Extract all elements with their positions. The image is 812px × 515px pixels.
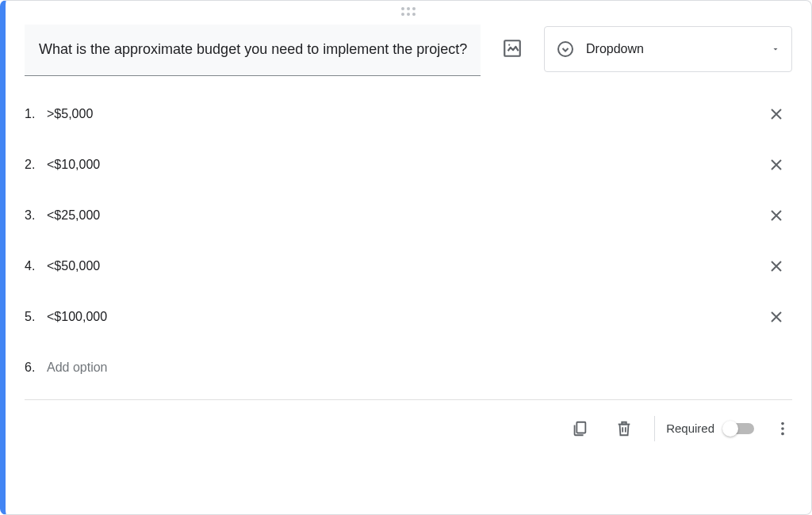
svg-point-5 <box>781 427 784 430</box>
question-type-select[interactable]: Dropdown <box>544 26 792 72</box>
add-image-button[interactable] <box>493 29 531 67</box>
svg-point-4 <box>781 422 784 425</box>
question-type-label: Dropdown <box>586 42 760 56</box>
vertical-divider <box>654 416 655 441</box>
remove-option-button[interactable] <box>760 301 792 333</box>
option-index: 3. <box>25 208 47 223</box>
duplicate-button[interactable] <box>561 410 599 448</box>
option-row: 4. <$50,000 <box>25 247 792 285</box>
required-toggle[interactable] <box>724 423 754 434</box>
drag-handle[interactable] <box>6 4 811 18</box>
svg-point-1 <box>508 44 510 46</box>
toggle-knob <box>722 421 738 437</box>
close-icon <box>767 307 786 326</box>
option-index: 6. <box>25 360 47 375</box>
more-vertical-icon <box>774 420 791 437</box>
option-text-input[interactable]: >$5,000 <box>47 107 760 121</box>
options-list: 1. >$5,000 2. <$10,000 3. <$25,000 4. <$… <box>6 76 811 387</box>
close-icon <box>767 105 786 124</box>
option-index: 2. <box>25 158 47 172</box>
svg-rect-3 <box>576 422 585 433</box>
close-icon <box>767 206 786 225</box>
option-text-input[interactable]: <$25,000 <box>47 208 760 223</box>
svg-point-6 <box>781 432 784 435</box>
remove-option-button[interactable] <box>760 200 792 231</box>
option-row: 2. <$10,000 <box>25 146 792 184</box>
option-text-input[interactable]: <$10,000 <box>47 158 760 172</box>
option-row: 5. <$100,000 <box>25 298 792 336</box>
option-row: 3. <$25,000 <box>25 196 792 235</box>
option-index: 4. <box>25 259 47 273</box>
option-row: 1. >$5,000 <box>25 95 792 133</box>
trash-icon <box>615 420 633 437</box>
option-text-input[interactable]: <$100,000 <box>47 310 760 324</box>
drag-dots-icon <box>401 7 416 16</box>
more-options-button[interactable] <box>764 410 802 448</box>
question-header-row: What is the approximate budget you need … <box>6 18 811 76</box>
image-icon <box>502 38 523 59</box>
remove-option-button[interactable] <box>760 98 792 130</box>
option-text-input[interactable]: <$50,000 <box>47 259 760 273</box>
svg-point-2 <box>558 42 573 56</box>
question-card: What is the approximate budget you need … <box>0 0 812 515</box>
question-text-input[interactable]: What is the approximate budget you need … <box>25 25 481 76</box>
option-index: 1. <box>25 107 47 121</box>
dropdown-type-icon <box>556 40 575 59</box>
delete-button[interactable] <box>605 410 643 448</box>
remove-option-button[interactable] <box>760 149 792 181</box>
caret-down-icon <box>771 44 780 54</box>
add-option-input[interactable]: Add option <box>47 360 792 375</box>
option-index: 5. <box>25 310 47 324</box>
duplicate-icon <box>571 420 588 437</box>
add-option-row: 6. Add option <box>25 349 792 387</box>
close-icon <box>767 257 786 276</box>
question-footer: Required <box>6 400 811 457</box>
required-label: Required <box>666 422 714 435</box>
remove-option-button[interactable] <box>760 250 792 282</box>
close-icon <box>767 155 786 174</box>
